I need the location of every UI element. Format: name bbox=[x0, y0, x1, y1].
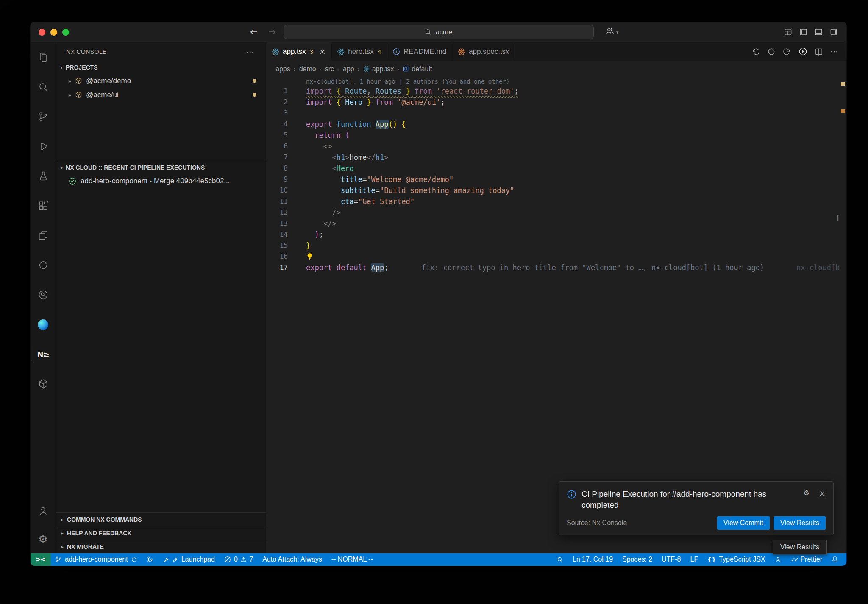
navigate-forward-icon[interactable]: → bbox=[269, 28, 276, 36]
line-number[interactable]: 10 bbox=[266, 185, 288, 196]
code-line[interactable]: 8 <Hero bbox=[266, 163, 846, 174]
tab-app.tsx[interactable]: app.tsx3× bbox=[266, 42, 331, 61]
status-indentation[interactable]: Spaces: 2 bbox=[618, 553, 657, 566]
editor-action-next-change-icon[interactable] bbox=[783, 48, 791, 56]
minimize-window-button[interactable] bbox=[50, 29, 57, 36]
line-number[interactable]: 9 bbox=[266, 174, 288, 185]
accounts-menu[interactable]: ▾ bbox=[605, 26, 619, 38]
code-line[interactable]: 7 <h1>Home</h1> bbox=[266, 152, 846, 163]
tab-hero.tsx[interactable]: hero.tsx4 bbox=[331, 42, 387, 61]
status-git-branch[interactable]: add-hero-component bbox=[50, 553, 142, 566]
status-problems[interactable]: 0⚠7 bbox=[220, 553, 258, 566]
button-view-commit[interactable]: View Commit bbox=[717, 516, 770, 530]
breadcrumb-item-app.tsx[interactable]: app.tsx bbox=[363, 65, 394, 73]
status-eol[interactable]: LF bbox=[686, 553, 703, 566]
activity-item-dependencies[interactable] bbox=[31, 369, 56, 399]
line-number[interactable]: 17 bbox=[266, 262, 288, 273]
activity-item-explorer[interactable] bbox=[31, 42, 56, 72]
activity-item-code-search[interactable] bbox=[31, 280, 56, 310]
pipeline-execution-item[interactable]: add-hero-component - Merge 409b44e5cb02.… bbox=[56, 174, 266, 188]
project-item[interactable]: ▸@acme/demo bbox=[56, 74, 266, 88]
titlebar-toggle-secondary-side-bar-icon[interactable] bbox=[830, 28, 838, 36]
close-tab-icon[interactable]: × bbox=[319, 48, 326, 56]
line-number[interactable]: 15 bbox=[266, 240, 288, 251]
command-center-search[interactable]: acme bbox=[284, 25, 594, 39]
line-number[interactable]: 12 bbox=[266, 207, 288, 218]
code-line[interactable]: 12 /> bbox=[266, 207, 846, 218]
line-number[interactable]: 7 bbox=[266, 152, 288, 163]
line-number[interactable]: 11 bbox=[266, 196, 288, 207]
status-remote-indicator[interactable]: >< bbox=[31, 553, 50, 566]
status-vim-mode[interactable]: -- NORMAL -- bbox=[327, 553, 378, 566]
editor-action-more-actions-icon[interactable]: ⋯ bbox=[830, 48, 839, 56]
line-number[interactable]: 5 bbox=[266, 130, 288, 141]
activity-item-edge-tools[interactable] bbox=[31, 310, 56, 339]
activity-item-extensions[interactable] bbox=[31, 191, 56, 221]
more-actions-icon[interactable]: ⋯ bbox=[246, 48, 255, 56]
status-encoding[interactable]: UTF-8 bbox=[657, 553, 685, 566]
line-number[interactable]: 2 bbox=[266, 97, 288, 108]
editor-action-split-editor-icon[interactable] bbox=[815, 48, 823, 56]
activity-item-accounts[interactable] bbox=[31, 497, 56, 525]
line-number[interactable]: 6 bbox=[266, 141, 288, 152]
code-line[interactable]: 14 ); bbox=[266, 229, 846, 240]
editor-action-run-file-icon[interactable] bbox=[798, 47, 807, 56]
line-number[interactable]: 3 bbox=[266, 108, 288, 119]
status-auto-attach[interactable]: Auto Attach: Always bbox=[258, 553, 327, 566]
breadcrumb-item-demo[interactable]: demo bbox=[299, 65, 316, 73]
status-launchpad[interactable]: Launchpad bbox=[158, 553, 220, 566]
status-cursor-position[interactable]: Ln 17, Col 19 bbox=[568, 553, 618, 566]
status-prettier[interactable]: ✓✓ Prettier bbox=[786, 553, 827, 566]
close-window-button[interactable] bbox=[39, 29, 45, 36]
code-line[interactable]: 3 bbox=[266, 108, 846, 119]
status-git-graph[interactable] bbox=[142, 553, 158, 566]
nx-cloud-section-header[interactable]: ▾ NX CLOUD :: RECENT CI PIPELINE EXECUTI… bbox=[56, 161, 266, 174]
activity-item-nx-console[interactable]: N≥ bbox=[31, 339, 56, 369]
code-line[interactable]: 11 cta="Get Started" bbox=[266, 196, 846, 207]
code-line[interactable]: 6 <> bbox=[266, 141, 846, 152]
activity-item-search[interactable] bbox=[31, 72, 56, 102]
code-line[interactable]: 10 subtitle="Build something amazing tod… bbox=[266, 185, 846, 196]
breadcrumb-item-src[interactable]: src bbox=[325, 65, 334, 73]
line-number[interactable]: 14 bbox=[266, 229, 288, 240]
line-number[interactable]: 8 bbox=[266, 163, 288, 174]
breadcrumb-item-app[interactable]: app bbox=[343, 65, 354, 73]
code-line[interactable]: 5 return ( bbox=[266, 130, 846, 141]
code-line[interactable]: 4export function App() { bbox=[266, 119, 846, 130]
sidebar-section-common-nx-commands[interactable]: ▸COMMON NX COMMANDS bbox=[56, 512, 266, 526]
sidebar-section-help-and-feedback[interactable]: ▸HELP AND FEEDBACK bbox=[56, 526, 266, 540]
navigate-back-icon[interactable]: ← bbox=[250, 28, 258, 36]
status-notifications[interactable] bbox=[827, 553, 843, 566]
activity-item-source-control[interactable] bbox=[31, 102, 56, 131]
tab-app.spec.tsx[interactable]: app.spec.tsx bbox=[452, 42, 515, 61]
code-line[interactable]: 15} bbox=[266, 240, 846, 251]
editor-action-changes-icon[interactable] bbox=[767, 48, 776, 56]
activity-item-nx-cloud[interactable] bbox=[31, 250, 56, 280]
code-line[interactable]: 9 title="Welcome @acme/demo" bbox=[266, 174, 846, 185]
titlebar-toggle-panel-icon[interactable] bbox=[815, 28, 823, 36]
activity-item-remote-explorer[interactable] bbox=[31, 221, 56, 250]
status-language-mode[interactable]: {}TypeScript JSX bbox=[703, 553, 770, 566]
activity-item-run-debug[interactable] bbox=[31, 131, 56, 161]
status-search-indicator[interactable] bbox=[552, 553, 568, 566]
notification-settings-icon[interactable]: ⚙ bbox=[803, 489, 810, 497]
code-line[interactable]: 1import { Route, Routes } from 'react-ro… bbox=[266, 86, 846, 97]
editor-action-previous-change-icon[interactable] bbox=[751, 48, 760, 56]
button-view-results[interactable]: View Results bbox=[774, 516, 826, 530]
line-number[interactable]: 1 bbox=[266, 86, 288, 97]
line-number[interactable]: 13 bbox=[266, 218, 288, 229]
close-icon[interactable]: × bbox=[819, 489, 826, 498]
line-number[interactable]: 4 bbox=[266, 119, 288, 130]
code-line[interactable]: 2import { Hero } from '@acme/ui'; bbox=[266, 97, 846, 108]
titlebar-customize-layout-icon[interactable] bbox=[784, 28, 792, 36]
project-item[interactable]: ▸@acme/ui bbox=[56, 88, 266, 102]
breadcrumb-item-default[interactable]: default bbox=[403, 65, 432, 73]
code-line[interactable]: 13 </> bbox=[266, 218, 846, 229]
zoom-window-button[interactable] bbox=[62, 29, 69, 36]
activity-item-testing[interactable] bbox=[31, 161, 56, 191]
line-number[interactable]: 16 bbox=[266, 251, 288, 262]
status-accounts[interactable] bbox=[770, 553, 786, 566]
code-line[interactable]: 16 bbox=[266, 251, 846, 262]
breadcrumb-item-apps[interactable]: apps bbox=[275, 65, 290, 73]
activity-item-settings[interactable]: ⚙ bbox=[31, 525, 56, 553]
